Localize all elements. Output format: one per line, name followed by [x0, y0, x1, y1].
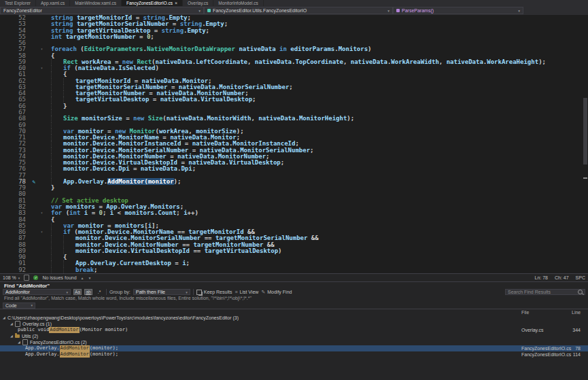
chevron-down-icon: ▾ — [198, 9, 201, 13]
fold-chevron-icon[interactable]: ▾ — [38, 229, 46, 235]
document-tab[interactable]: MainWindow.xaml.cs — [70, 0, 122, 6]
find-panel-title: Find "AddMonitor" — [0, 281, 588, 288]
chevron-down-icon: ▾ — [518, 9, 520, 13]
pencil-icon: ✎ — [261, 290, 265, 294]
document-tab[interactable]: FancyZonesEditorIO.cs× — [122, 0, 183, 6]
line-number: 92 — [0, 267, 30, 273]
code-line[interactable]: 79} — [0, 185, 588, 191]
chevron-down-icon: ▾ — [18, 276, 20, 280]
check-circle-icon: ✓ — [33, 275, 38, 280]
fold-chevron-icon[interactable]: ▾ — [38, 65, 46, 71]
column-indicator: Ch: 47 — [555, 275, 569, 280]
editor-scrollbar[interactable] — [583, 15, 588, 273]
whole-word-button[interactable]: ab — [84, 289, 92, 295]
search-results-input[interactable]: Search Find Results — [505, 289, 585, 295]
result-type-filter[interactable]: Code ▾ — [3, 303, 35, 309]
modify-find-button[interactable]: ✎ Modify Find — [261, 290, 292, 294]
code-line[interactable]: 83▾for (int i = 0; i < monitors.Count; i… — [0, 210, 588, 216]
chevron-down-icon: ▾ — [66, 290, 68, 294]
code-line[interactable]: 92break; — [0, 267, 588, 273]
document-tab[interactable]: MonitorInfoModel.cs — [213, 0, 264, 6]
keep-results-toggle[interactable]: Keep Results — [196, 290, 232, 295]
document-tab[interactable]: Test Explorer — [0, 0, 36, 6]
keep-results-icon — [196, 290, 202, 295]
code-line[interactable]: 78✎App.Overlay.AddMonitor(monitor); — [0, 179, 588, 185]
code-line[interactable]: 66} — [0, 103, 588, 109]
whitespace-indicator[interactable]: SPC — [576, 275, 585, 280]
folder-icon — [15, 334, 20, 338]
health-text: No issues found — [42, 275, 76, 280]
close-icon[interactable]: × — [175, 1, 177, 5]
result-row[interactable]: App.Overlay.AddMonitor(monitor);FancyZon… — [0, 351, 588, 358]
code-line[interactable]: 60▾if (nativeData.IsSelected) — [0, 65, 588, 71]
fold-chevron-icon[interactable]: ▾ — [38, 46, 46, 52]
list-view-icon: ≡ — [235, 290, 237, 294]
toolbar-separator — [106, 289, 107, 295]
expand-chevron-icon[interactable]: ◢ — [3, 315, 7, 321]
project-dropdown[interactable]: FancyZonesEditor ▾ — [0, 7, 204, 14]
code-line[interactable]: 55int targetMonitorNumber = 0; — [0, 34, 588, 40]
editor-status-bar: 108 % ▾ ✓ No issues found ▲ ▼ Ln: 78 Ch:… — [0, 273, 588, 281]
zoom-control[interactable]: 108 % — [3, 275, 16, 280]
document-tabbar: Test ExplorerApp.xaml.csMainWindow.xaml.… — [0, 0, 588, 6]
chevron-down-icon: ▾ — [387, 9, 390, 13]
code-line[interactable]: 65targetVirtualDesktop = nativeData.Virt… — [0, 97, 588, 103]
project-name: FancyZonesEditor — [3, 8, 42, 13]
result-filter-row: Code ▾ — [0, 302, 588, 309]
result-group-row[interactable]: ◢C:\Users\zhaopengwang\Desktop\powertoys… — [0, 315, 588, 321]
scrollbar-thumb[interactable] — [583, 98, 587, 165]
csharp-file-icon — [22, 339, 28, 345]
find-results-tree[interactable]: ◢C:\Users\zhaopengwang\Desktop\powertoys… — [0, 315, 588, 380]
next-issue-icon[interactable]: ▼ — [88, 276, 92, 280]
expand-chevron-icon[interactable]: ◢ — [10, 333, 15, 339]
expand-chevron-icon[interactable]: ◢ — [18, 339, 22, 345]
group-by-dropdown[interactable]: Path then File ▾ — [133, 289, 190, 295]
edit-pencil-icon: ✎ — [30, 179, 38, 185]
group-by-label: Group by: — [109, 290, 131, 294]
chevron-down-icon: ▾ — [31, 303, 33, 307]
toolbar-separator — [193, 289, 194, 295]
line-indicator: Ln: 78 — [535, 275, 548, 280]
csharp-file-icon — [15, 321, 20, 327]
list-view-toggle[interactable]: ≡ List View — [235, 290, 258, 294]
member-name: ParseParams() — [402, 8, 434, 13]
navigation-bar: FancyZonesEditor ▾ FancyZonesEditor.Util… — [0, 6, 588, 15]
document-tab[interactable]: Overlay.cs — [183, 0, 213, 6]
method-icon — [396, 9, 400, 12]
result-row[interactable]: public void AddMonitor(Monitor monitor)O… — [0, 327, 588, 333]
match-highlight: AddMonitor — [49, 327, 79, 333]
match-case-button[interactable]: Aa — [73, 289, 82, 295]
search-icon — [578, 290, 583, 294]
match-marker — [583, 177, 587, 179]
document-health-icon[interactable] — [24, 275, 29, 281]
code-line[interactable]: 76monitor.Device.Dpi = nativeData.Dpi; — [0, 166, 588, 172]
match-highlight: AddMonitor — [60, 345, 90, 351]
result-group-row[interactable]: ◢Overlay.cs (1) — [0, 321, 588, 327]
match-highlight: AddMonitor — [60, 351, 90, 358]
class-icon — [207, 9, 211, 12]
regex-button[interactable]: .* — [95, 289, 103, 295]
result-row[interactable]: App.Overlay.AddMonitor(monitor);FancyZon… — [0, 345, 588, 351]
find-query-combo[interactable]: AddMonitor ▾ — [3, 289, 71, 295]
fold-chevron-icon[interactable]: ▾ — [38, 210, 46, 216]
code-line[interactable]: 89monitor.Device.VirtualDesktopId == tar… — [0, 248, 588, 254]
line-column-header[interactable]: Line — [572, 310, 581, 315]
file-column-header[interactable]: File — [521, 310, 529, 315]
type-name: FancyZonesEditor.Utils.FancyZonesEditorI… — [213, 8, 307, 13]
code-line[interactable]: 57▾foreach (EditorParameters.NativeMonit… — [0, 46, 588, 52]
chevron-down-icon: ▾ — [186, 290, 188, 294]
prev-issue-icon[interactable]: ▲ — [81, 276, 84, 280]
result-group-row[interactable]: ◢Utils (2) — [0, 333, 588, 339]
document-tab[interactable]: App.xaml.cs — [36, 0, 70, 6]
type-dropdown[interactable]: FancyZonesEditor.Utils.FancyZonesEditorI… — [204, 7, 393, 14]
result-group-row[interactable]: ◢FancyZonesEditorIO.cs (2) — [0, 339, 588, 345]
find-summary: Find all "AddMonitor", Match case, Match… — [0, 296, 588, 302]
member-dropdown[interactable]: ParseParams() ▾ — [393, 7, 523, 14]
code-editor[interactable]: 52string targetMonitorId = string.Empty;… — [0, 15, 588, 273]
find-toolbar: AddMonitor ▾ Aa ab .* Group by: Path the… — [0, 288, 588, 296]
expand-chevron-icon[interactable]: ◢ — [10, 321, 15, 327]
code-line[interactable]: 68Size monitorSize = new Size(nativeData… — [0, 116, 588, 122]
